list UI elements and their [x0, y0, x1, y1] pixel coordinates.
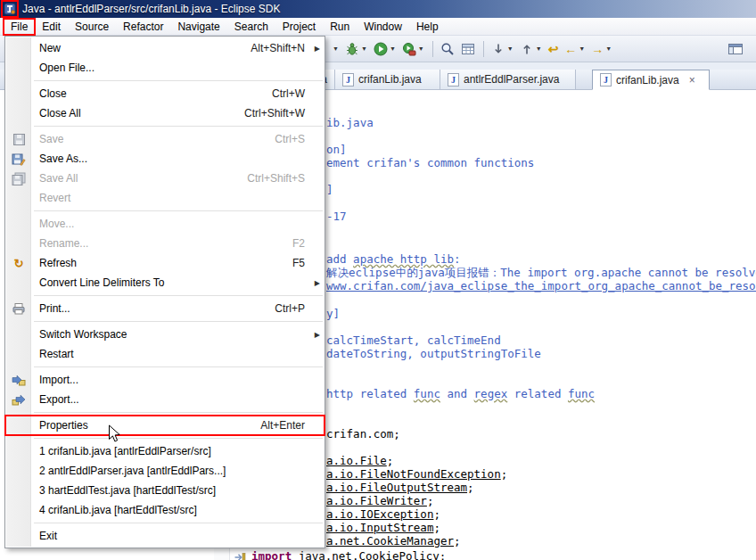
last-edit-location-button[interactable]: ↩ [546, 38, 562, 59]
open-table-button[interactable] [458, 38, 478, 59]
forward-button[interactable]: →▼ [588, 38, 614, 59]
file-menu-item-import[interactable]: Import... [5, 370, 325, 390]
menu-item-label: Restart [39, 348, 74, 360]
code-line: calcTimeStart, calcTimeEnd [326, 334, 501, 347]
menubar-item-edit[interactable]: Edit [35, 19, 68, 35]
menubar-item-window[interactable]: Window [357, 19, 409, 35]
export-icon [12, 392, 26, 407]
previous-annotation-button[interactable]: ▼ [517, 38, 545, 59]
menu-separator [5, 409, 325, 416]
code-line: dateToString, outputStringToFile [326, 347, 541, 360]
code-segment: and [440, 387, 474, 400]
next-annotation-button[interactable]: ▼ [489, 38, 516, 59]
save-all-icon [12, 171, 26, 185]
file-menu-item-close[interactable]: CloseCtrl+W [5, 84, 325, 103]
file-menu-item-properties[interactable]: PropertiesAlt+Enter [5, 416, 325, 435]
code-segment: ib.java [326, 116, 374, 129]
file-menu-item-save-all: Save AllCtrl+Shift+S [5, 169, 325, 188]
external-tools-button[interactable]: ▼ [399, 38, 427, 59]
new-wizard-dropdown-button[interactable]: ▼ [328, 38, 341, 59]
menubar-item-navigate[interactable]: Navigate [170, 19, 226, 35]
java-eclipse-icon [3, 2, 17, 16]
file-menu-item-exit[interactable]: Exit [5, 526, 325, 546]
menu-separator [5, 520, 325, 526]
back-button[interactable]: ←▼ [562, 38, 588, 59]
toolbar-separator [483, 41, 484, 57]
code-line: a.io.IOException; [326, 507, 440, 521]
code-line: 解决eclipse中的java项目报错：The import org.apach… [326, 266, 756, 279]
menubar-item-file[interactable]: File [4, 19, 35, 35]
code-segment: regex [474, 387, 508, 400]
file-menu-item-convert-line-delimiters-to[interactable]: Convert Line Delimiters To▶ [5, 273, 325, 292]
java-perspective-button[interactable] [725, 38, 746, 59]
menubar-item-project[interactable]: Project [275, 19, 323, 35]
tab-label: antlrEddlParser.java [464, 73, 559, 86]
menu-item-label: Refresh [39, 257, 77, 269]
code-segment: 解决eclipse中的java项目报错：The import org.apach… [326, 266, 756, 279]
file-menu-item-switch-workspace[interactable]: Switch Workspace▶ [5, 325, 325, 344]
titlebar: Java - antlrEddlParser/src/crifanLib.jav… [0, 0, 756, 18]
editor-tab-crifanlib-java-active[interactable]: JcrifanLib.java× [592, 70, 710, 90]
menu-item-shortcut: Ctrl+W [254, 87, 305, 100]
java-file-icon: J [448, 73, 459, 86]
code-line: a.io.FileNotFoundException; [326, 467, 507, 481]
code-segment: ; [427, 494, 434, 507]
code-line: add apache http lib: [326, 252, 461, 266]
print-icon [12, 301, 26, 316]
menu-item-shortcut: F5 [275, 257, 305, 269]
code-segment: ] [326, 183, 333, 196]
menu-separator [5, 78, 325, 84]
search-button[interactable] [438, 38, 457, 59]
file-menu-item-move: Move... [5, 214, 325, 234]
file-menu-item-restart[interactable]: Restart [5, 344, 325, 364]
menu-item-label: Open File... [39, 62, 94, 74]
file-menu-item-export[interactable]: Export... [5, 390, 325, 409]
debug-button[interactable]: ▼ [342, 38, 370, 59]
menu-item-label: Close All [39, 107, 81, 119]
menubar-item-source[interactable]: Source [68, 19, 116, 35]
file-menu-item-2-antlreddlparser-java-antlreddlpars[interactable]: 2 antlrEddlParser.java [antlrEddlPars...… [5, 461, 325, 481]
menu-item-label: Convert Line Delimiters To [39, 276, 165, 289]
menu-item-label: Save [39, 133, 63, 145]
file-menu-item-print[interactable]: Print...Ctrl+P [5, 299, 325, 318]
menu-item-label: 2 antlrEddlParser.java [antlrEddlPars...… [39, 465, 226, 477]
menu-item-label: Close [39, 87, 67, 100]
menubar: FileEditSourceRefactorNavigateSearchProj… [0, 18, 756, 36]
file-menu-item-save-as[interactable]: Save As... [5, 149, 325, 169]
menubar-item-run[interactable]: Run [323, 19, 357, 35]
menubar-item-search[interactable]: Search [227, 19, 275, 35]
file-menu-item-refresh[interactable]: ↻RefreshF5 [5, 253, 325, 273]
file-menu-item-4-crifanlib-java-harteddltest-src[interactable]: 4 crifanLib.java [hartEddlTest/src] [5, 500, 325, 520]
toolbar-right-buttons [725, 38, 747, 59]
file-menu-item-1-crifanlib-java-antlreddlparser-src[interactable]: 1 crifanLib.java [antlrEddlParser/src] [5, 441, 325, 461]
menu-item-shortcut: Alt+Shift+N [233, 42, 305, 54]
menubar-item-refactor[interactable]: Refactor [116, 19, 170, 35]
menu-item-label: Properties [39, 419, 88, 432]
editor-tab-crifanlib-java[interactable]: JcrifanLib.java [335, 70, 440, 89]
editor-tab-antlreddlparser-java[interactable]: JantlrEddlParser.java [440, 70, 576, 89]
code-line: http related func and regex related func [326, 387, 595, 400]
file-menu-item-open-file[interactable]: Open File... [5, 58, 325, 78]
save-icon [12, 132, 26, 146]
code-line: ib.java [326, 116, 374, 129]
tab-close-icon[interactable]: × [689, 75, 695, 86]
menu-item-label: Switch Workspace [39, 328, 127, 341]
run-button[interactable]: ▼ [371, 38, 399, 59]
import-icon [12, 373, 26, 387]
menu-item-shortcut: Alt+Enter [242, 419, 305, 432]
file-menu-item-close-all[interactable]: Close AllCtrl+Shift+W [5, 103, 325, 123]
code-line: crifan.com; [326, 427, 400, 441]
menubar-item-help[interactable]: Help [409, 19, 446, 35]
menu-item-label: 4 crifanLib.java [hartEddlTest/src] [39, 504, 197, 516]
code-line: a.io.FileOutputStream; [326, 481, 474, 494]
code-line: import java.net.CookiePolicy; [251, 549, 446, 560]
code-segment: ; [440, 549, 447, 560]
menu-item-label: New [39, 42, 61, 54]
file-menu-item-3-harteddltest-java-harteddltest-src[interactable]: 3 hartEddlTest.java [hartEddlTest/src] [5, 481, 325, 500]
code-line: www.crifan.com/java_eclipse_the_import_o… [326, 279, 756, 292]
menu-separator [5, 208, 325, 214]
menu-separator [5, 292, 325, 299]
mouse-cursor-icon [108, 424, 121, 447]
code-segment: import [251, 549, 299, 560]
file-menu-item-new[interactable]: NewAlt+Shift+N▶ [5, 38, 325, 58]
